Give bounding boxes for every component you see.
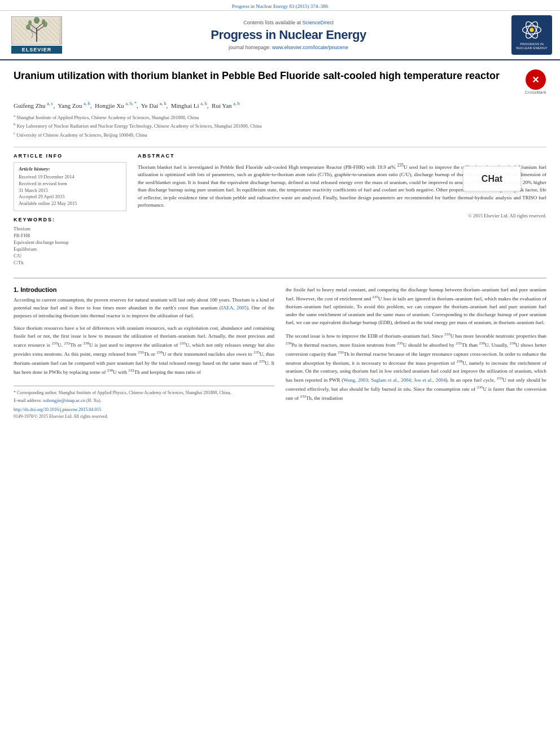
footnote-2: E-mail address: xuhongjie@sinap.ac.cn (H… [14,397,274,404]
svg-point-6 [26,24,30,30]
authors-line: Guifeng Zhu a, c, Yang Zou a, b, Hongjie… [14,101,546,109]
revised-date: Received in revised form31 March 2015 [19,181,121,194]
author-5: Minghai Li a, b, [171,102,211,109]
section-divider [14,278,546,278]
email-link[interactable]: xuhongjie@sinap.ac.cn [43,398,85,403]
doi-link[interactable]: http://dx.doi.org/10.1016/j.pnucene.2015… [14,407,274,412]
author-4: Ye Dai a, b, [141,102,169,109]
crossmark-icon[interactable]: ✕ [526,69,546,90]
author-1: Guifeng Zhu a, c, [14,102,56,109]
body-section: 1. Introduction According to current con… [14,286,546,419]
homepage-link[interactable]: www.elsevier.com/locate/pnucene [272,45,348,50]
journal-header-left: ELSEVIER [6,15,68,55]
footnote-1: * Corresponding author. Shanghai Institu… [14,390,274,396]
history-title: Article history: [19,166,121,172]
affiliations: a Shanghai Institute of Applied Physics,… [14,113,546,139]
author-3: Hongjie Xu a, b, *, [95,102,139,109]
body-col-left: 1. Introduction According to current con… [14,286,274,419]
svg-line-4 [30,24,37,29]
logo-label: PROGRESS IN NUCLEAR ENERGY [511,41,552,51]
intro-para-3: the fissile fuel to heavy metal constant… [286,286,546,327]
journal-header-right: PROGRESS IN NUCLEAR ENERGY [509,15,554,55]
elsevier-label: ELSEVIER [11,46,62,54]
accepted-date: Accepted 29 April 2015 [19,194,121,200]
svg-point-9 [42,19,45,24]
affiliation-b: b Key Laboratory of Nuclear Radiation an… [14,122,546,130]
sciencedirect-link[interactable]: ScienceDirect [303,20,334,25]
elsevier-tree-logo [11,16,62,45]
svg-rect-0 [14,17,59,44]
crossmark-container[interactable]: ✕ CrossMark [525,69,546,94]
keyword-6: C/Th [14,260,126,265]
info-abstract-section: ARTICLE INFO Article history: Received 1… [14,147,546,267]
chat-label: CHat [482,174,502,184]
svg-point-11 [530,28,533,32]
section-1-title: 1. Introduction [14,286,274,293]
article-title: Uranium utilization with thorium blanket… [14,69,519,82]
keyword-1: Thorium [14,226,126,231]
author-6: Rui Yan a, b [212,102,240,109]
abstract-copyright: © 2015 Elsevier Ltd. All rights reserved… [138,213,546,219]
journal-citation: Progress in Nuclear Energy 83 (2015) 374… [232,3,328,9]
keyword-4: Equilibrium [14,246,126,252]
article-history-box: Article history: Received 19 December 20… [14,162,126,211]
svg-point-7 [43,21,47,27]
journal-title: Progress in Nuclear Energy [211,28,366,42]
affiliation-c: c University of Chinese Academy of Scien… [14,131,546,139]
svg-line-3 [37,25,45,31]
svg-line-5 [37,23,43,28]
journal-homepage: journal homepage: www.elsevier.com/locat… [229,45,348,50]
keyword-2: PB-FHR [14,233,126,238]
top-bar: Progress in Nuclear Energy 83 (2015) 374… [0,0,560,11]
keywords-header: Keywords: [14,217,126,222]
article-title-section: Uranium utilization with thorium blanket… [14,69,546,94]
intro-para-1: According to current consumption, the pr… [14,296,274,320]
article-container: Uranium utilization with thorium blanket… [0,60,560,428]
online-date: Available online 22 May 2015 [19,200,121,207]
ref-wang[interactable]: Wang, 2003; Saglam et al., 2004; Joo et … [343,377,445,383]
contents-line: Contents lists available at ScienceDirec… [243,20,334,25]
journal-header-center: Contents lists available at ScienceDirec… [72,15,505,55]
author-2: Yang Zou a, b, [58,102,93,109]
svg-line-2 [28,28,37,34]
elsevier-logo: ELSEVIER [11,16,62,54]
intro-para-4: The second issue is how to improve the E… [286,331,546,403]
svg-point-10 [34,17,40,24]
crossmark-label: CrossMark [525,90,546,94]
journal-header: ELSEVIER Contents lists available at Sci… [0,11,560,60]
ref-iaea[interactable]: IAEA, 2005 [221,305,247,311]
received-date: Received 19 December 2014 [19,174,121,181]
intro-para-2: Since thorium resources have a lot of di… [14,325,274,377]
article-info-col: ARTICLE INFO Article history: Received 1… [14,153,126,267]
journal-logo-right: PROGRESS IN NUCLEAR ENERGY [511,15,552,55]
keywords-section: Keywords: Thorium PB-FHR Equivalent disc… [14,217,126,265]
footnote-section: * Corresponding author. Shanghai Institu… [14,386,274,419]
svg-point-8 [28,20,32,25]
copyright-footer: 0149-1970/© 2015 Elsevier Ltd. All right… [14,414,274,419]
affiliation-a: a Shanghai Institute of Applied Physics,… [14,113,546,121]
abstract-header: ABSTRACT [138,153,546,159]
article-info-header: ARTICLE INFO [14,153,126,159]
keyword-5: C/U [14,253,126,259]
body-col-right: the fissile fuel to heavy metal constant… [286,286,546,419]
chat-button[interactable]: CHat [463,166,521,191]
keyword-3: Equivalent discharge burnup [14,239,126,245]
